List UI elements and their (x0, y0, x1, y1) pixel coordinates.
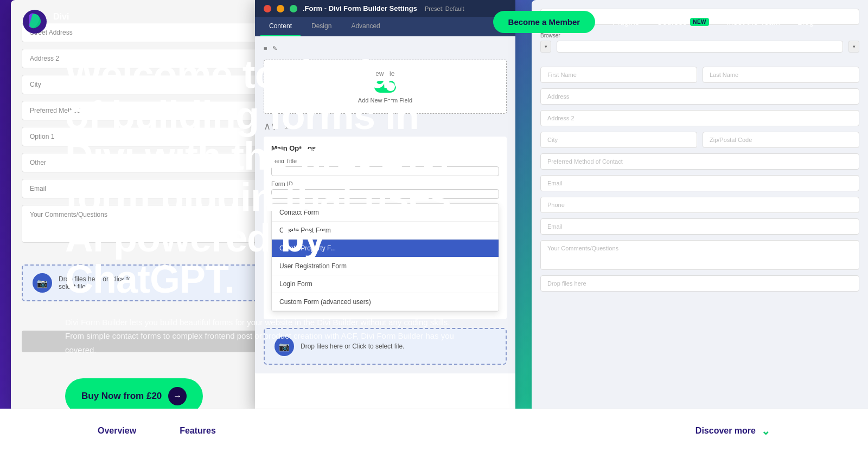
new-badge: NEW (690, 18, 709, 26)
hero-title: Welcome to the future of building forms … (65, 54, 477, 300)
buy-now-label: Buy Now from £20 (81, 391, 162, 402)
hero-section: Street Address Address 2 City Preferred … (0, 0, 868, 409)
nav-link-meet-team[interactable]: Meet the Team (726, 17, 780, 27)
bottom-bar: Overview Features Discover more ⌄ (0, 409, 868, 452)
nav-links: Become a Member Plugins Courses NEW Meet… (493, 11, 846, 33)
bottom-link-overview[interactable]: Overview (98, 426, 136, 436)
logo-icon (22, 9, 48, 35)
nav-link-plugins[interactable]: Plugins (612, 17, 639, 27)
chevron-down-icon: ⌄ (761, 424, 770, 437)
logo-area[interactable]: Divi Engine (22, 9, 82, 35)
nav-link-courses[interactable]: Courses NEW (656, 17, 709, 27)
bottom-nav-links: Overview Features (98, 426, 216, 436)
bottom-link-features[interactable]: Features (180, 426, 216, 436)
cta-arrow-icon: → (168, 387, 187, 405)
discover-more-label: Discover more (695, 426, 756, 436)
buy-now-button[interactable]: Buy Now from £20 → (65, 378, 203, 409)
nav-more-dots[interactable] (831, 20, 846, 23)
hero-content: Welcome to the future of building forms … (65, 54, 477, 409)
discover-more-button[interactable]: Discover more ⌄ (695, 424, 770, 437)
become-member-button[interactable]: Become a Member (493, 11, 596, 33)
hero-description: Divi Form Builder lets you build beautif… (65, 315, 456, 357)
logo-text: Divi Engine (53, 11, 82, 32)
navbar: Divi Engine Become a Member Plugins Cour… (0, 0, 868, 43)
nav-link-blog[interactable]: Blog (797, 17, 814, 27)
